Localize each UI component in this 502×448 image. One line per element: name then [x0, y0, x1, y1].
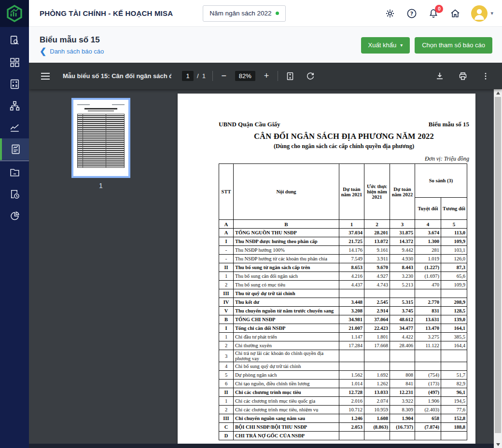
row-label-cell: Thu chuyển nguồn từ năm trước chuyển san… [234, 307, 339, 315]
row-stt-cell: 1 [219, 272, 234, 281]
settings-button[interactable] [384, 8, 396, 19]
zoom-in-button[interactable]: + [262, 71, 271, 81]
misa-logo[interactable] [0, 0, 29, 27]
row-stt-cell: 1 [219, 397, 234, 406]
row-value-cell: 109,9 [441, 281, 467, 289]
table-row: VThu chuyển nguồn từ năm trước chuyển sa… [219, 307, 467, 315]
row-value-cell: (754) [415, 371, 441, 380]
row-value-cell: 12.231 [390, 388, 415, 397]
sidebar-item-report[interactable] [0, 138, 29, 160]
row-value-cell [364, 289, 390, 298]
row-value-cell: 3.922 [390, 397, 415, 406]
row-value-cell [339, 432, 364, 440]
scrollbar-thumb[interactable] [495, 97, 501, 433]
row-value-cell: 1.300 [415, 237, 441, 246]
row-value-cell: 17.284 [339, 341, 364, 350]
page-thumbnail[interactable] [71, 98, 130, 178]
row-label-cell: BỘI CHI NSĐP/BỘI THU NSĐP [234, 423, 339, 432]
app-title: PHÒNG TÀI CHÍNH - KẾ HOẠCH MISA [40, 9, 173, 17]
sidebar-item-document-search[interactable] [0, 30, 29, 52]
fit-to-page-button[interactable] [285, 71, 295, 81]
params-button-label: Chọn tham số báo cáo [422, 41, 485, 49]
row-value-cell: 3.275 [415, 333, 441, 341]
scroll-down-button[interactable] [494, 441, 502, 448]
row-stt-cell: I [219, 237, 234, 246]
row-value-cell: 8.309 [390, 406, 415, 414]
row-stt-cell: III [219, 414, 234, 423]
breadcrumb-back-link[interactable]: ❮ Danh sách báo cáo [40, 48, 104, 55]
row-value-cell: 1.904 [390, 414, 415, 423]
zoom-out-button[interactable]: − [220, 71, 228, 81]
row-value-cell: 12.728 [339, 388, 364, 397]
caret-down-icon: ▾ [490, 10, 493, 16]
row-value-cell: 126,0 [441, 255, 467, 263]
table-row: -Thu NSĐP hưởng 100%14.1769.1619.4422811… [219, 246, 467, 255]
row-value-cell: (16.737) [390, 423, 415, 432]
user-menu[interactable]: ▾ [471, 5, 493, 22]
sidebar-item-pie-chart[interactable] [0, 205, 29, 227]
code-cell: 3 [390, 220, 415, 229]
row-value-cell: 9.670 [364, 263, 390, 272]
sidebar [0, 0, 29, 448]
row-value-cell: 831 [415, 307, 441, 315]
row-value-cell: 4.743 [364, 281, 390, 289]
home-button[interactable] [449, 8, 461, 19]
page-number-input[interactable]: 1 [182, 71, 194, 81]
row-label-cell: Thu bổ sung có mục tiêu [234, 281, 339, 289]
vertical-scrollbar[interactable] [494, 89, 502, 448]
row-stt-cell: II [219, 263, 234, 272]
row-value-cell: 82,9 [441, 380, 467, 388]
table-row: 5Dự phòng ngân sách1.5621.692808(754)51,… [219, 371, 467, 380]
table-row: 1Chi đầu tư phát triển1.1471.8014.4223.2… [219, 333, 467, 341]
doc-agency: UBND Quận Cầu Giấy [219, 121, 280, 128]
toggle-thumbnails-button[interactable] [41, 72, 50, 80]
row-value-cell: 281 [415, 246, 441, 255]
pdf-doc-title: Mẫu biểu số 15: Cân đối ngân sách địa ..… [63, 72, 171, 80]
more-options-button[interactable] [481, 71, 490, 81]
sidebar-item-calculator[interactable] [0, 73, 29, 95]
row-value-cell: (2.403) [415, 406, 441, 414]
table-row: 2Chi thường xuyên17.28417.66828.40611.12… [219, 341, 467, 350]
row-value-cell: 2.053 [339, 423, 364, 432]
download-button[interactable] [434, 71, 445, 81]
scroll-up-button[interactable] [494, 89, 502, 96]
row-value-cell [441, 362, 467, 371]
sidebar-nav [0, 30, 29, 227]
sidebar-item-line-chart[interactable] [0, 117, 29, 138]
notifications-button[interactable]: 0 [428, 8, 439, 19]
dashboard-icon [9, 56, 21, 68]
row-value-cell: 103,1 [441, 246, 467, 255]
row-value-cell [339, 350, 364, 362]
row-value-cell: 22.423 [364, 324, 390, 333]
sidebar-item-document-clock[interactable] [0, 183, 29, 205]
print-button[interactable] [458, 71, 468, 81]
page-separator: / [197, 72, 199, 80]
rotate-button[interactable] [305, 71, 316, 81]
budget-year-selector[interactable]: Năm ngân sách 2022 [203, 5, 285, 22]
table-row: 1Chi các chương trình mục tiêu quốc gia2… [219, 397, 467, 406]
sidebar-item-dashboard[interactable] [0, 52, 29, 73]
choose-report-params-button[interactable]: Chọn tham số báo cáo [415, 37, 492, 54]
row-value-cell: 7.549 [339, 255, 364, 263]
row-value-cell: 385,5 [441, 333, 467, 341]
gear-icon [384, 8, 396, 19]
row-value-cell [415, 362, 441, 371]
row-stt-cell: 2 [219, 341, 234, 350]
export-button[interactable]: Xuất khẩu ▾ [361, 37, 410, 54]
help-button[interactable]: ? [406, 8, 418, 19]
row-stt-cell: 4 [219, 362, 234, 371]
row-value-cell: 109,9 [441, 237, 467, 246]
row-value-cell: 841 [390, 380, 415, 388]
row-value-cell: 34.477 [390, 324, 415, 333]
row-value-cell: 13.033 [364, 388, 390, 397]
code-cell: A [219, 220, 234, 229]
sidebar-item-folder[interactable] [0, 162, 29, 183]
page-title: Biểu mẫu số 15 [40, 35, 104, 45]
row-value-cell: 1.014 [339, 380, 364, 388]
sidebar-item-org-chart[interactable] [0, 95, 29, 117]
row-value-cell: 3.230 [390, 272, 415, 281]
row-value-cell: 1.906 [415, 397, 441, 406]
pdf-toolbar: Mẫu biểu số 15: Cân đối ngân sách địa ..… [29, 63, 502, 89]
doc-title: CÂN ĐỐI NGÂN SÁCH ĐỊA PHƯƠNG NĂM 2022 [219, 132, 469, 141]
table-row: -Thu NSĐP hưởng từ các khoản thu phân ch… [219, 255, 467, 263]
